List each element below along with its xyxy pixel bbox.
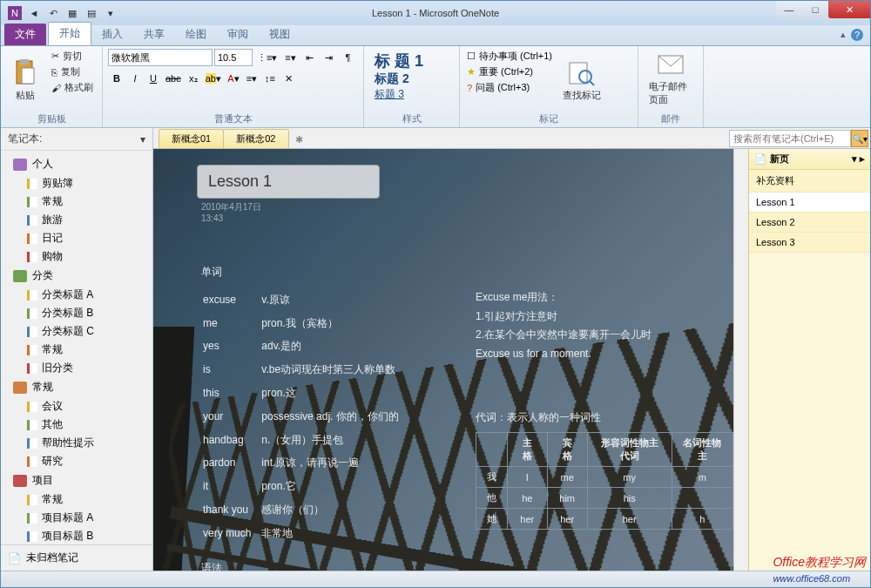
usage-notes[interactable]: Excuse me用法： 1.引起对方注意时 2.在某个会中突然中途要离开一会儿… <box>476 288 652 363</box>
tab-file[interactable]: 文件 <box>4 24 46 45</box>
tab-review[interactable]: 审阅 <box>217 24 259 45</box>
tab-draw[interactable]: 绘图 <box>175 24 217 45</box>
section-item[interactable]: 分类标题 B <box>1 304 152 322</box>
notebook-personal[interactable]: 个人 <box>1 154 152 174</box>
question-icon: ? <box>467 83 472 93</box>
section-item[interactable]: 项目标题 A <box>1 509 152 527</box>
qat-view1-icon[interactable]: ▦ <box>64 4 81 22</box>
spacing-button[interactable]: ↕≡ <box>261 70 279 87</box>
pronoun-table[interactable]: 主格 宾格 形容词性物主代词 名词性物主 我Imemym他hehimhis她he… <box>476 432 733 530</box>
tag-question[interactable]: ?问题 (Ctrl+3) <box>465 80 554 95</box>
page-list-item[interactable]: Lesson 1 <box>749 193 870 213</box>
section-icon <box>27 363 37 374</box>
close-button[interactable]: ✕ <box>828 1 870 18</box>
section-icon <box>27 402 37 412</box>
page-timestamp: 2010年4月17日 13:43 <box>201 201 261 223</box>
help-icon[interactable]: ? <box>851 29 863 41</box>
page-list-item[interactable]: Lesson 2 <box>749 213 870 233</box>
section-item[interactable]: 常规 <box>1 193 152 211</box>
font-family-select[interactable] <box>108 49 213 66</box>
tag-important[interactable]: ★重要 (Ctrl+2) <box>465 64 554 79</box>
minimize-button[interactable]: — <box>776 1 802 18</box>
search-button[interactable]: 🔍▾ <box>851 130 868 147</box>
highlight-button[interactable]: ab▾ <box>203 70 224 87</box>
outdent-button[interactable]: ⇤ <box>300 49 318 66</box>
bullets-button[interactable]: ⋮≡▾ <box>254 49 280 66</box>
notebook-general[interactable]: 常规 <box>1 377 152 397</box>
unfiled-notes[interactable]: 📄未归档笔记 <box>1 544 152 571</box>
group-styles: 标 题 1 标题 2 标题 3 样式 <box>364 46 460 127</box>
page-title-container[interactable]: Lesson 1 <box>197 165 380 199</box>
vocab-notes[interactable]: 单词 excusev.原谅mepron.我（宾格）yesadv.是的isv.be… <box>201 262 409 571</box>
section-icon <box>27 438 37 449</box>
notebook-category[interactable]: 分类 <box>1 266 152 286</box>
maximize-button[interactable]: □ <box>802 1 828 18</box>
strike-button[interactable]: abc <box>163 70 184 87</box>
qat-view2-icon[interactable]: ▤ <box>83 4 100 22</box>
search-input[interactable] <box>729 130 851 147</box>
style-heading1[interactable]: 标 题 1 <box>371 51 452 71</box>
section-item[interactable]: 日记 <box>1 229 152 247</box>
tab-share[interactable]: 共享 <box>133 24 175 45</box>
section-item[interactable]: 会议 <box>1 397 152 416</box>
page-canvas[interactable]: Lesson 1 2010年4月17日 13:43 单词 excusev.原谅m… <box>153 149 733 571</box>
paragraph-button[interactable]: ¶ <box>339 49 356 66</box>
new-page-button[interactable]: 📄新页▾ ▸ <box>749 149 870 170</box>
page-list-item[interactable]: 补充资料 <box>749 170 870 193</box>
table-row: 他hehimhis <box>476 488 733 509</box>
vertical-scrollbar[interactable] <box>733 149 748 571</box>
cut-button[interactable]: ✂剪切 <box>48 49 97 64</box>
section-item[interactable]: 常规 <box>1 490 152 509</box>
italic-button[interactable]: I <box>126 70 144 87</box>
qat-back-icon[interactable]: ◄ <box>25 4 43 22</box>
section-item[interactable]: 项目标题 B <box>1 527 152 544</box>
sidebar-header[interactable]: 笔记本:▾ <box>1 128 152 151</box>
copy-icon: ⎘ <box>51 67 57 78</box>
numbering-button[interactable]: ≡▾ <box>281 49 299 66</box>
section-item[interactable]: 帮助性提示 <box>1 434 152 452</box>
clear-format-button[interactable]: ✕ <box>280 70 297 87</box>
email-page-button[interactable]: 电子邮件页面 <box>644 49 698 108</box>
tab-home[interactable]: 开始 <box>48 22 91 45</box>
style-heading2[interactable]: 标题 2 <box>371 71 452 87</box>
section-item[interactable]: 其他 <box>1 416 152 434</box>
tag-todo[interactable]: ☐待办事项 (Ctrl+1) <box>465 49 554 64</box>
page-list-item[interactable]: Lesson 3 <box>749 233 870 253</box>
new-section-button[interactable]: ✱ <box>288 132 310 148</box>
qat-dropdown-icon[interactable]: ▾ <box>102 4 119 22</box>
tab-view[interactable]: 视图 <box>259 24 300 45</box>
indent-button[interactable]: ⇥ <box>320 49 337 66</box>
tab-insert[interactable]: 插入 <box>91 24 133 45</box>
section-item[interactable]: 购物 <box>1 247 152 266</box>
paste-button[interactable]: 粘贴 <box>6 49 44 112</box>
section-tab[interactable]: 新概念01 <box>159 129 224 148</box>
style-heading3[interactable]: 标题 3 <box>371 87 452 102</box>
section-tab[interactable]: 新概念02 <box>223 129 288 148</box>
copy-button[interactable]: ⎘复制 <box>48 64 97 79</box>
onenote-icon[interactable]: N <box>6 4 24 22</box>
section-item[interactable]: 常规 <box>1 341 152 359</box>
vocab-header: 单词 <box>201 262 409 282</box>
section-item[interactable]: 旧分类 <box>1 359 152 377</box>
workspace: 笔记本:▾ 个人 剪贴簿 常规 旅游 日记 购物 分类 分类标题 A 分类标题 … <box>1 128 870 571</box>
align-button[interactable]: ≡▾ <box>243 70 260 87</box>
find-tags-button[interactable]: 查找标记 <box>557 49 606 112</box>
section-icon <box>27 327 37 337</box>
bold-button[interactable]: B <box>108 70 125 87</box>
section-item[interactable]: 剪贴簿 <box>1 174 152 193</box>
subscript-button[interactable]: x₂ <box>185 70 202 87</box>
font-size-select[interactable] <box>214 49 253 66</box>
section-item[interactable]: 分类标题 C <box>1 322 152 341</box>
format-painter-button[interactable]: 🖌格式刷 <box>48 80 97 95</box>
pronoun-title[interactable]: 代词：表示人称的一种词性 <box>476 410 601 425</box>
notebook-icon <box>13 270 27 282</box>
minimize-ribbon-icon[interactable]: ▴ <box>841 29 846 41</box>
font-color-button[interactable]: A▾ <box>225 70 242 87</box>
section-item[interactable]: 分类标题 A <box>1 286 152 304</box>
section-item[interactable]: 旅游 <box>1 211 152 229</box>
qat-undo-icon[interactable]: ↶ <box>44 4 62 22</box>
section-item[interactable]: 研究 <box>1 452 152 470</box>
underline-button[interactable]: U <box>145 70 162 87</box>
title-bar: N ◄ ↶ ▦ ▤ ▾ Lesson 1 - Microsoft OneNote… <box>1 1 870 25</box>
notebook-project[interactable]: 项目 <box>1 470 152 490</box>
